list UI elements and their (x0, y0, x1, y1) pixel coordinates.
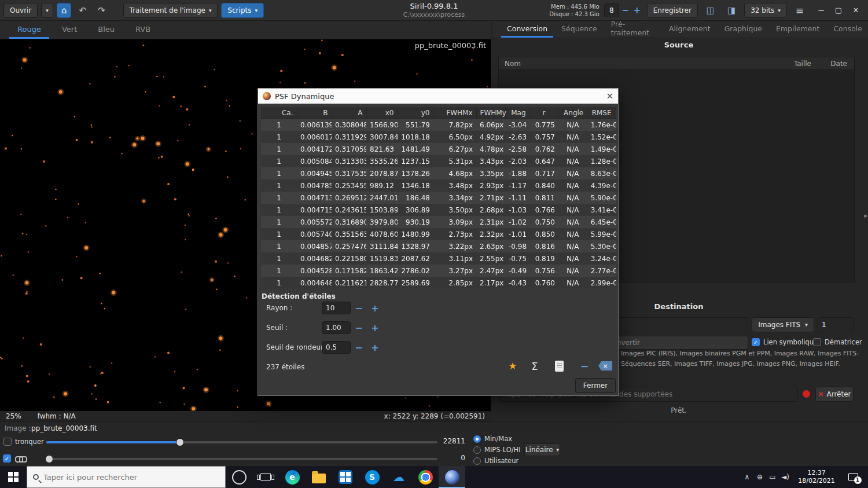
minimize-button[interactable]: ─ (812, 2, 830, 19)
taskbar-clock[interactable]: 12:37 18/02/2021 (794, 469, 839, 485)
chrome-app[interactable] (412, 466, 439, 488)
plus-icon[interactable]: + (368, 321, 382, 334)
taskbar-search[interactable] (27, 466, 226, 488)
command-status-icon[interactable] (803, 390, 810, 398)
psf-column-header[interactable]: r (529, 107, 558, 119)
edge-app[interactable]: e (279, 466, 306, 488)
redo-button[interactable]: ↷ (94, 3, 109, 18)
open-button[interactable]: Ouvrir (3, 3, 38, 18)
tab-alignement[interactable]: Alignement (663, 21, 716, 38)
psf-star-row[interactable]: 1 0.005740 0.351563 4078.60 1480.99 2.73… (261, 228, 616, 240)
scripts-menu[interactable]: Scripts ▾ (221, 3, 264, 18)
tray-expand-icon[interactable]: ∧ (741, 473, 753, 481)
minus-icon[interactable]: − (352, 321, 366, 334)
tab-rvb[interactable]: RVB (127, 21, 159, 39)
undo-button[interactable]: ↶ (75, 3, 90, 18)
high-slider-knob[interactable] (176, 438, 184, 446)
column-taille[interactable]: Taille (794, 57, 811, 70)
high-slider[interactable] (46, 441, 437, 443)
column-date[interactable]: Date (830, 57, 847, 70)
export-list-button[interactable] (551, 358, 567, 373)
plus-icon[interactable]: + (368, 341, 382, 354)
start-button[interactable] (0, 466, 27, 488)
zoom-level[interactable]: 25% (6, 412, 21, 420)
task-view-button[interactable] (252, 466, 279, 488)
psf-column-header[interactable]: x0 (366, 107, 398, 119)
psf-star-row[interactable]: 1 0.004945 0.317535 2078.87 1378.26 4.68… (261, 167, 616, 179)
psf-star-row[interactable]: 1 0.005084 0.313303 3535.26 1237.15 5.31… (261, 155, 616, 167)
tab-pretraitement[interactable]: Pré-traitement (605, 21, 661, 38)
linked-channels-checkbox[interactable]: ✓ (3, 454, 11, 463)
layers-value[interactable]: 8 (604, 3, 619, 17)
psf-star-row[interactable]: 1 0.004528 0.171582 1863.42 2786.02 3.27… (261, 265, 616, 277)
detect-stars-button[interactable]: ★ (505, 358, 521, 373)
open-recent-dropdown[interactable]: ▾ (41, 3, 53, 18)
psf-column-header[interactable]: RMSE (587, 107, 616, 119)
low-slider[interactable] (46, 458, 437, 460)
minus-icon[interactable]: − (352, 341, 366, 354)
network-icon[interactable]: ⊕ (753, 473, 766, 481)
file-explorer-app[interactable] (306, 466, 332, 488)
tab-vert[interactable]: Vert (54, 21, 85, 39)
bit-depth-dropdown[interactable]: 32 bits ▾ (744, 3, 787, 18)
search-input[interactable] (43, 473, 205, 482)
scale-mode-dropdown[interactable]: Linéaire ▾ (524, 443, 560, 456)
volume-icon[interactable]: ◄) (779, 473, 792, 481)
stop-button[interactable]: × Arrêter (815, 387, 854, 402)
plus-icon[interactable]: + (368, 302, 382, 314)
tab-bleu[interactable]: Bleu (90, 21, 123, 39)
psf-column-header[interactable]: Angle (558, 107, 587, 119)
panel-collapse-handle[interactable]: ▸ (864, 212, 867, 219)
format-dropdown[interactable]: Images FITS ▾ (752, 317, 814, 332)
snapshot-button[interactable]: ◨ (723, 3, 740, 18)
layers-spinner[interactable]: 8 − + (604, 3, 642, 17)
maximize-button[interactable]: ▢ (830, 2, 847, 19)
close-button[interactable]: × (847, 2, 865, 19)
tab-sequence[interactable]: Séquence (556, 21, 603, 38)
column-nom[interactable]: Nom (505, 57, 521, 70)
cortana-button[interactable] (226, 466, 252, 488)
roundness-input[interactable]: 0.5 (322, 341, 351, 354)
psf-star-row[interactable]: 1 0.005572 0.316890 3979.80 930.19 3.09p… (261, 216, 616, 228)
psf-star-row[interactable]: 1 0.004682 0.221580 1519.83 2087.62 3.11… (261, 252, 616, 265)
psf-column-header[interactable]: B (297, 107, 332, 119)
radio-minmax[interactable]: Min/Max (473, 434, 521, 443)
radius-input[interactable]: 10 (322, 302, 351, 314)
image-processing-menu[interactable]: Traitement de l'image ▾ (123, 3, 218, 18)
psf-star-row[interactable]: 1 0.004785 0.253455 989.12 1346.18 3.48p… (261, 179, 616, 192)
tab-conversion[interactable]: Conversion (501, 21, 553, 38)
psf-star-row[interactable]: 1 0.006017 0.311929 3007.84 1018.18 6.50… (261, 131, 616, 143)
dialog-close-icon[interactable]: × (606, 91, 613, 101)
low-slider-knob[interactable] (45, 455, 53, 463)
psf-column-header[interactable]: y0 (398, 107, 433, 119)
average-stars-button[interactable]: Σ (527, 358, 543, 373)
symlink-option[interactable]: ✓ Lien symbolique (752, 338, 818, 346)
psf-star-row[interactable]: 1 0.004172 0.317059 821.63 1481.49 6.27p… (261, 143, 616, 155)
threshold-input[interactable]: 1.00 (322, 321, 351, 334)
hamburger-menu-button[interactable]: ≡ (792, 3, 808, 18)
psf-column-header[interactable]: Ca. (261, 107, 297, 119)
plus-icon[interactable]: + (632, 5, 642, 16)
dialog-titlebar[interactable]: PSF Dynamique × (258, 89, 618, 104)
psf-column-header[interactable]: A (332, 107, 366, 119)
tab-rouge[interactable]: Rouge (9, 21, 49, 39)
display-icon[interactable]: ▭ (766, 473, 779, 481)
psf-star-row[interactable]: 1 0.004648 0.211621 2828.77 2589.69 2.85… (261, 277, 616, 289)
psf-column-header[interactable]: Mag (505, 107, 529, 119)
radio-mips[interactable]: MIPS-LO/HI (473, 445, 521, 454)
close-dialog-button[interactable]: Fermer (575, 378, 616, 393)
onedrive-app[interactable]: ☁ (385, 466, 412, 488)
minus-icon[interactable]: − (352, 302, 366, 314)
start-index-input[interactable]: 1 (818, 317, 854, 332)
home-button[interactable]: ⌂ (57, 3, 72, 18)
radio-user[interactable]: Utilisateur (473, 456, 521, 465)
psf-star-row[interactable]: 1 0.004713 0.269512 2447.01 186.48 3.34p… (261, 192, 616, 204)
clear-stars-button[interactable]: × (597, 358, 613, 373)
tab-graphique[interactable]: Graphique (719, 21, 768, 38)
psf-star-row[interactable]: 1 0.004857 0.257476 3111.84 1328.97 3.22… (261, 240, 616, 252)
minus-icon[interactable]: − (620, 5, 631, 16)
skype-app[interactable]: S (359, 466, 385, 488)
save-button[interactable]: Enregistrer (647, 3, 698, 18)
psf-column-header[interactable]: FWHMx (433, 107, 476, 119)
store-app[interactable] (332, 466, 359, 488)
